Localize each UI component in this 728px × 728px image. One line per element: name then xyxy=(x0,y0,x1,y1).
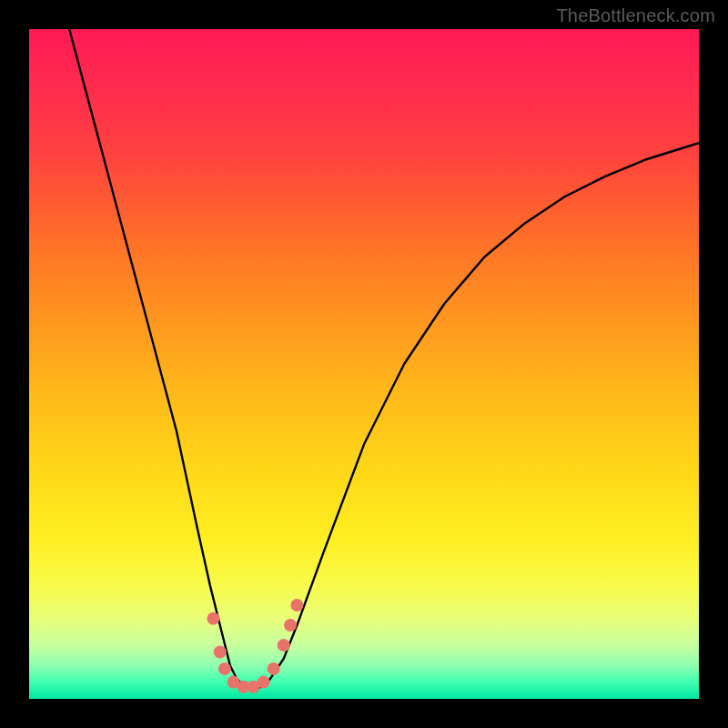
chart-svg xyxy=(29,29,699,699)
marker-dot xyxy=(258,676,270,689)
plot-area xyxy=(29,29,699,699)
marker-dot xyxy=(290,599,303,612)
marker-dot xyxy=(218,662,231,675)
curve-markers xyxy=(207,599,303,693)
attribution-label: TheBottleneck.com xyxy=(556,5,715,26)
marker-dot xyxy=(268,662,280,675)
curve-line xyxy=(69,29,699,689)
marker-dot xyxy=(278,639,290,652)
marker-dot xyxy=(284,619,297,632)
marker-dot xyxy=(214,645,227,658)
outer-frame: TheBottleneck.com xyxy=(0,0,728,728)
marker-dot xyxy=(207,612,219,625)
